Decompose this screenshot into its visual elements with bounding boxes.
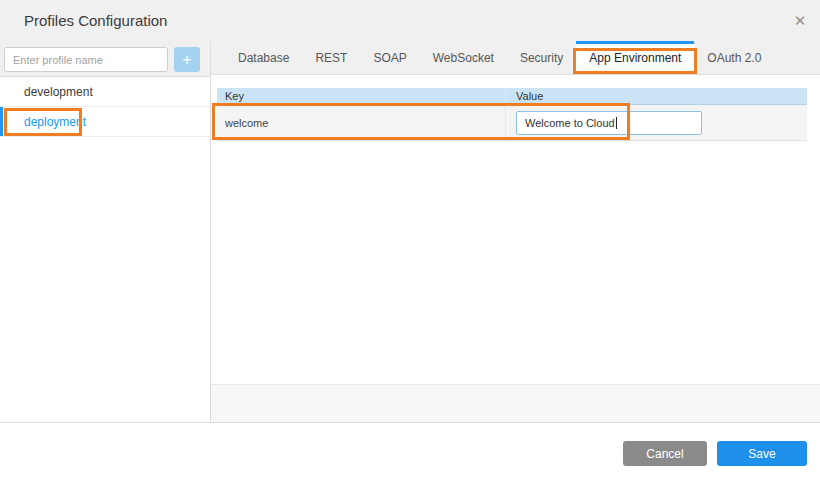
tab-security[interactable]: Security — [507, 41, 576, 74]
close-icon[interactable]: ✕ — [780, 0, 820, 41]
tab-oauth2[interactable]: OAuth 2.0 — [694, 41, 774, 74]
column-header-value: Value — [505, 88, 807, 104]
tab-database[interactable]: Database — [225, 41, 302, 74]
save-button[interactable]: Save — [717, 441, 807, 466]
tab-app-environment[interactable]: App Environment — [576, 41, 694, 74]
tab-label: Security — [520, 51, 563, 65]
panel-footer-strip — [211, 384, 820, 423]
table-row: welcome Welcome to Cloud — [217, 105, 807, 141]
tab-label: App Environment — [589, 51, 681, 65]
profile-item-label: development — [24, 85, 93, 99]
dialog-header: Profiles Configuration ✕ — [0, 0, 820, 41]
tab-label: REST — [315, 51, 347, 65]
tab-soap[interactable]: SOAP — [360, 41, 419, 74]
config-tabbar: Database REST SOAP WebSocket Security Ap… — [211, 41, 820, 75]
tab-label: Database — [238, 51, 289, 65]
profile-name-input[interactable] — [4, 47, 168, 72]
column-header-key: Key — [217, 88, 505, 104]
profile-item-deployment[interactable]: deployment — [0, 107, 210, 137]
dialog-title: Profiles Configuration — [24, 0, 167, 41]
active-tab-indicator — [576, 41, 694, 44]
cancel-button[interactable]: Cancel — [623, 441, 707, 466]
tab-websocket[interactable]: WebSocket — [420, 41, 507, 74]
text-caret — [616, 117, 617, 129]
profiles-sidebar: + development deployment — [0, 41, 211, 423]
profile-item-label: deployment — [24, 115, 86, 129]
tab-label: OAuth 2.0 — [707, 51, 761, 65]
tab-label: SOAP — [373, 51, 406, 65]
table-header-row: Key Value — [217, 88, 807, 105]
tab-label: WebSocket — [433, 51, 494, 65]
profile-item-development[interactable]: development — [0, 77, 210, 107]
footer-divider — [0, 422, 820, 423]
tab-rest[interactable]: REST — [302, 41, 360, 74]
selected-indicator-bar — [0, 107, 3, 136]
profile-create-bar: + — [0, 41, 210, 77]
value-cell: Welcome to Cloud — [505, 105, 807, 140]
value-input-text: Welcome to Cloud — [525, 112, 615, 134]
tab-content-app-environment: Key Value welcome Welcome to Cloud — [211, 75, 820, 423]
key-cell: welcome — [217, 105, 505, 140]
value-input[interactable]: Welcome to Cloud — [516, 111, 702, 135]
key-value-table: Key Value welcome Welcome to Cloud — [217, 88, 807, 141]
add-profile-button[interactable]: + — [174, 47, 200, 72]
